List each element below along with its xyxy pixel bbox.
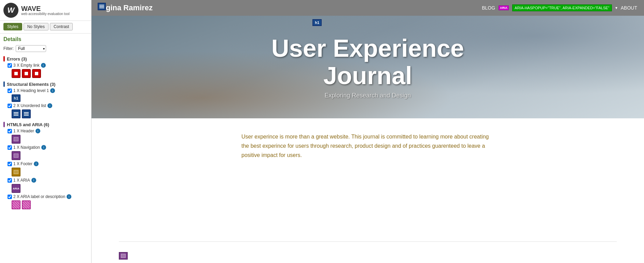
site-header: orgina Ramirez BLOG ARIA ARIA-HASPOPUP="… [92, 0, 644, 16]
site-header-left: orgina Ramirez [98, 3, 153, 12]
heading-checkbox[interactable] [8, 89, 12, 93]
footer-badge-inner [14, 170, 18, 174]
heading-row: 1 X Heading level 1 i [8, 88, 88, 93]
aria-label-badge-1-lines [12, 201, 20, 209]
wave-title: WAVE [21, 5, 70, 12]
navigation-label: 1 X Navigation [13, 145, 40, 150]
wave-subtitle: web accessibility evaluation tool [21, 12, 70, 16]
empty-link-row: 3 X Empty link i [8, 63, 88, 68]
error-badge-2[interactable] [22, 69, 31, 78]
h1-badge[interactable]: h1 [12, 94, 20, 102]
structural-section-bar [3, 81, 5, 87]
list-badge-in-header[interactable] [98, 3, 106, 10]
list-line [24, 115, 29, 116]
main-content: orgina Ramirez BLOG ARIA ARIA-HASPOPUP="… [92, 0, 644, 263]
hero-section: h1 User Experience Journal Exploring Res… [92, 16, 644, 118]
hero-title-line2: Journal [271, 62, 464, 89]
unordered-list-info-icon[interactable]: i [47, 103, 52, 108]
footer-indicator-badge-inner [121, 254, 126, 258]
list-line [99, 8, 104, 8]
list-badges-row [12, 109, 88, 118]
unordered-list-row: 2 X Unordered list i [8, 103, 88, 108]
structural-section: Structural Elements (3) 1 X Heading leve… [3, 81, 88, 118]
filter-select[interactable]: Full Errors Only Alerts Only [16, 45, 46, 52]
empty-link-checkbox[interactable] [8, 63, 12, 68]
header-badge[interactable] [12, 135, 20, 144]
aria-label-checkbox[interactable] [8, 195, 12, 199]
list-lines-1 [14, 112, 18, 116]
wave-header: W WAVE web accessibility evaluation tool [0, 0, 91, 21]
list-line [24, 114, 29, 114]
filter-label: Filter: [3, 46, 14, 51]
aria-label-info-icon[interactable]: i [67, 194, 71, 199]
navigation-info-icon[interactable]: i [41, 145, 46, 150]
aria-popup-tooltip: ARIA-HASPOPUP="TRUE", ARIA-EXPANDED="FAL… [512, 4, 612, 11]
html5-aria-section-bar [3, 122, 5, 127]
wave-title-block: WAVE web accessibility evaluation tool [21, 5, 70, 16]
styles-button[interactable]: Styles [3, 23, 22, 30]
footer-checkbox[interactable] [8, 162, 12, 166]
header-list-lines [99, 5, 104, 8]
footer-badge[interactable] [12, 168, 20, 176]
list-badge-1[interactable] [12, 109, 20, 118]
contrast-button[interactable]: Contrast [50, 23, 73, 30]
list-line [24, 112, 29, 113]
list-line [99, 6, 104, 7]
site-nav: BLOG ARIA ARIA-HASPOPUP="TRUE", ARIA-EXP… [482, 4, 637, 11]
navigation-checkbox[interactable] [8, 145, 12, 150]
wave-logo: W [3, 3, 18, 18]
style-buttons-bar: Styles No Styles Contrast [0, 21, 91, 34]
unordered-list-checkbox[interactable] [8, 104, 12, 108]
error-badge-3[interactable] [32, 69, 41, 78]
nav-badge[interactable] [12, 151, 20, 160]
wave-logo-letter: W [8, 6, 15, 15]
heading-info-icon[interactable]: i [50, 88, 55, 93]
hero-title-line1: User Experience [271, 35, 464, 62]
html5-aria-section-title: HTML5 and ARIA (6) [7, 122, 49, 127]
footer-badge-row [12, 168, 88, 176]
footer-indicator-badge[interactable] [119, 252, 128, 260]
body-paragraph: User experince is more than a great webs… [241, 132, 494, 160]
aria-badge[interactable]: ARIA [12, 184, 20, 193]
empty-link-info-icon[interactable]: i [41, 63, 46, 68]
list-line [14, 112, 18, 113]
nav-badge-row [12, 151, 88, 160]
aria-nav-badge: ARIA [499, 5, 509, 10]
footer-info-icon[interactable]: i [34, 161, 39, 166]
nav-dropdown-arrow[interactable]: ▾ [615, 5, 617, 10]
site-body: User experince is more than a great webs… [92, 118, 644, 235]
h1-indicator-badge[interactable]: h1 [312, 19, 322, 26]
header-badge-row [12, 135, 88, 144]
nav-blog-link[interactable]: BLOG [482, 5, 495, 11]
aria-label-badge-2[interactable] [22, 200, 31, 209]
error-badge-1-inner [14, 71, 18, 76]
header-label: 1 X Header [13, 129, 34, 133]
footer-row: 1 X Footer i [8, 161, 88, 166]
aria-checkbox[interactable] [8, 178, 12, 183]
aria-label-badge-1[interactable] [12, 200, 20, 209]
error-badge-2-inner [24, 71, 29, 76]
aria-label-desc-label: 2 X ARIA label or description [13, 194, 65, 199]
header-badge-inner [14, 137, 18, 141]
header-info-icon[interactable]: i [36, 129, 40, 133]
header-checkbox[interactable] [8, 129, 12, 133]
aria-badge-row: ARIA [12, 184, 88, 193]
filter-select-wrapper: Full Errors Only Alerts Only [16, 45, 46, 52]
list-badge-2[interactable] [22, 109, 31, 118]
error-badge-1[interactable] [12, 69, 20, 78]
errors-section-title: Errors (3) [7, 56, 27, 62]
aria-row: 1 X ARIA i [8, 178, 88, 183]
list-lines-2 [24, 112, 29, 116]
heading-label: 1 X Heading level 1 [13, 88, 49, 93]
aria-info-icon[interactable]: i [31, 178, 36, 183]
divider [119, 241, 617, 242]
navigation-row: 1 X Navigation i [8, 145, 88, 150]
structural-section-header: Structural Elements (3) [3, 81, 88, 87]
no-styles-button[interactable]: No Styles [24, 23, 48, 30]
list-line [99, 5, 104, 5]
site-author-name: orgina Ramirez [98, 3, 153, 12]
nav-about-link[interactable]: ABOUT [621, 5, 637, 11]
header-row: 1 X Header i [8, 129, 88, 133]
aria-badge-text: ARIA [13, 187, 19, 190]
hero-text: User Experience Journal Exploring Resear… [271, 35, 464, 99]
